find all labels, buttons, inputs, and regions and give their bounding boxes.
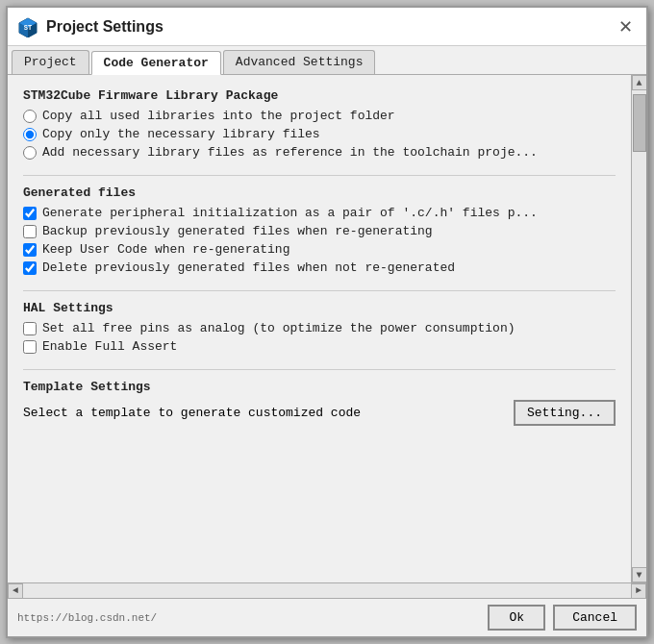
scroll-track-right[interactable] <box>632 90 646 567</box>
divider-2 <box>23 290 616 291</box>
scroll-up-button[interactable]: ▲ <box>632 75 647 90</box>
main-content: STM32Cube Firmware Library Package Copy … <box>8 75 631 582</box>
hal-option-1[interactable]: Set all free pins as analog (to optimize… <box>23 321 616 335</box>
right-scrollbar: ▲ ▼ <box>631 75 646 582</box>
hal-option-2[interactable]: Enable Full Assert <box>23 339 616 354</box>
h-scroll-track[interactable] <box>23 583 631 598</box>
template-settings-title: Template Settings <box>23 380 616 394</box>
hal-checkbox-2[interactable] <box>23 340 37 354</box>
generated-files-section: Generated files Generate peripheral init… <box>23 186 616 275</box>
generated-label-2: Backup previously generated files when r… <box>42 224 433 238</box>
close-button[interactable]: ✕ <box>614 15 637 38</box>
hal-label-1: Set all free pins as analog (to optimize… <box>42 321 515 335</box>
generated-checkbox-2[interactable] <box>23 225 37 238</box>
scroll-down-button[interactable]: ▼ <box>632 567 647 582</box>
generated-checkbox-3[interactable] <box>23 243 37 257</box>
generated-checkbox-4[interactable] <box>23 261 37 275</box>
firmware-section-title: STM32Cube Firmware Library Package <box>23 88 616 103</box>
template-description: Select a template to generate customized… <box>23 406 361 420</box>
hal-checkbox-1[interactable] <box>23 322 37 335</box>
tab-code-generator[interactable]: Code Generator <box>91 51 221 75</box>
firmware-radio-3[interactable] <box>23 146 37 160</box>
dialog-footer: https://blog.csdn.net/ Ok Cancel <box>8 598 646 636</box>
firmware-label-3: Add necessary library files as reference… <box>42 145 538 160</box>
scroll-thumb-right[interactable] <box>633 94 646 152</box>
generated-label-1: Generate peripheral initialization as a … <box>42 206 538 220</box>
firmware-radio-2[interactable] <box>23 128 37 141</box>
project-settings-dialog: ST Project Settings ✕ Project Code Gener… <box>6 6 648 638</box>
firmware-label-2: Copy only the necessary library files <box>42 127 320 141</box>
title-bar-left: ST Project Settings <box>17 16 164 37</box>
generated-option-1[interactable]: Generate peripheral initialization as a … <box>23 206 616 220</box>
generated-checkbox-1[interactable] <box>23 207 37 220</box>
content-area: STM32Cube Firmware Library Package Copy … <box>8 75 646 582</box>
generated-option-3[interactable]: Keep User Code when re-generating <box>23 242 616 257</box>
dialog-title: Project Settings <box>46 18 164 36</box>
scroll-right-button[interactable]: ► <box>631 583 646 599</box>
generated-files-title: Generated files <box>23 186 616 200</box>
ok-button[interactable]: Ok <box>488 605 545 631</box>
generated-label-4: Delete previously generated files when n… <box>42 260 455 275</box>
hal-label-2: Enable Full Assert <box>42 339 177 354</box>
tab-bar: Project Code Generator Advanced Settings <box>8 46 646 75</box>
tab-project[interactable]: Project <box>12 50 89 74</box>
hal-settings-section: HAL Settings Set all free pins as analog… <box>23 301 616 354</box>
divider-3 <box>23 369 616 370</box>
generated-label-3: Keep User Code when re-generating <box>42 242 289 257</box>
template-settings-section: Template Settings Select a template to g… <box>23 380 616 426</box>
tab-advanced-settings[interactable]: Advanced Settings <box>223 50 376 74</box>
firmware-option-3[interactable]: Add necessary library files as reference… <box>23 145 616 160</box>
cube-icon: ST <box>17 16 38 37</box>
firmware-section: STM32Cube Firmware Library Package Copy … <box>23 88 616 160</box>
hal-settings-title: HAL Settings <box>23 301 616 315</box>
setting-button[interactable]: Setting... <box>514 400 616 426</box>
title-bar: ST Project Settings ✕ <box>8 8 646 46</box>
generated-option-4[interactable]: Delete previously generated files when n… <box>23 260 616 275</box>
firmware-radio-1[interactable] <box>23 110 37 123</box>
firmware-option-2[interactable]: Copy only the necessary library files <box>23 127 616 141</box>
firmware-label-1: Copy all used libraries into the project… <box>42 109 395 123</box>
bottom-scrollbar: ◄ ► <box>8 582 646 598</box>
generated-option-2[interactable]: Backup previously generated files when r… <box>23 224 616 238</box>
divider-1 <box>23 175 616 176</box>
svg-text:ST: ST <box>24 24 32 32</box>
cancel-button[interactable]: Cancel <box>553 605 637 631</box>
scroll-left-button[interactable]: ◄ <box>8 583 23 599</box>
url-hint: https://blog.csdn.net/ <box>17 612 157 624</box>
template-row: Select a template to generate customized… <box>23 400 616 426</box>
firmware-option-1[interactable]: Copy all used libraries into the project… <box>23 109 616 123</box>
